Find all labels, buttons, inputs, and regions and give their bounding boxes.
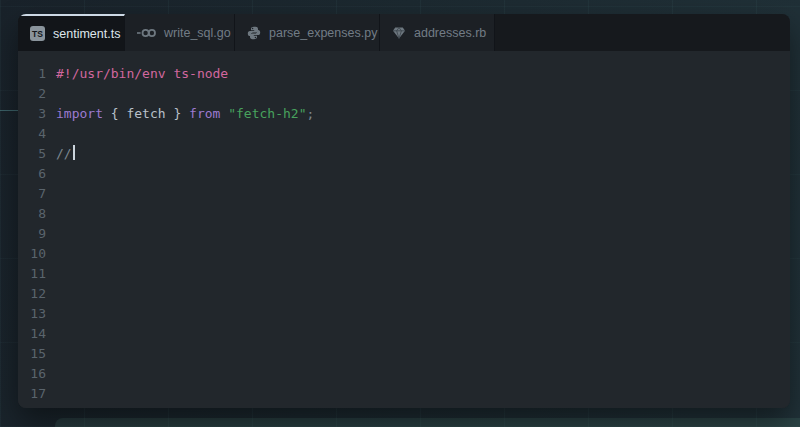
code-text — [46, 204, 56, 224]
line-number: 9 — [18, 224, 46, 244]
line-number: 16 — [18, 364, 46, 384]
tab-label: addresses.rb — [414, 26, 486, 40]
code-editor[interactable]: 1#!/usr/bin/env ts-node23import { fetch … — [18, 51, 790, 408]
code-text: // — [46, 144, 75, 164]
line-number: 5 — [18, 144, 46, 164]
code-line[interactable]: 7 — [18, 184, 790, 204]
code-line[interactable]: 9 — [18, 224, 790, 244]
code-text — [46, 164, 56, 184]
code-line[interactable]: 11 — [18, 264, 790, 284]
token-keyword: from — [189, 106, 220, 121]
line-number: 6 — [18, 164, 46, 184]
token-shebang: #!/usr/bin/env ts-node — [56, 66, 228, 81]
code-text — [46, 304, 56, 324]
text-cursor — [73, 145, 75, 160]
background-accent-line — [0, 110, 18, 111]
code-text — [46, 344, 56, 364]
tab-label: write_sql.go — [164, 26, 231, 40]
code-text: import { fetch } from "fetch-h2"; — [46, 104, 314, 124]
code-line[interactable]: 17 — [18, 384, 790, 404]
line-number: 3 — [18, 104, 46, 124]
code-text — [46, 264, 56, 284]
line-number: 14 — [18, 324, 46, 344]
token-plain: { fetch } — [103, 106, 189, 121]
code-text: #!/usr/bin/env ts-node — [46, 64, 228, 84]
line-number: 4 — [18, 124, 46, 144]
code-text — [46, 364, 56, 384]
go-icon — [137, 27, 156, 39]
line-number: 10 — [18, 244, 46, 264]
code-line[interactable]: 6 — [18, 164, 790, 184]
token-comment: // — [56, 146, 72, 161]
code-lines: 1#!/usr/bin/env ts-node23import { fetch … — [18, 64, 790, 404]
code-line[interactable]: 12 — [18, 284, 790, 304]
code-line[interactable]: 3import { fetch } from "fetch-h2"; — [18, 104, 790, 124]
token-keyword: import — [56, 106, 103, 121]
tab-sentiment-ts[interactable]: TS sentiment.ts — [18, 14, 125, 51]
tab-parse-expenses-py[interactable]: parse_expenses.py — [235, 14, 380, 51]
code-line[interactable]: 4 — [18, 124, 790, 144]
line-number: 17 — [18, 384, 46, 404]
line-number: 7 — [18, 184, 46, 204]
tab-write-sql-go[interactable]: write_sql.go — [125, 14, 235, 51]
code-line[interactable]: 8 — [18, 204, 790, 224]
token-punct: ; — [306, 106, 314, 121]
code-line[interactable]: 10 — [18, 244, 790, 264]
code-text — [46, 224, 56, 244]
code-text — [46, 244, 56, 264]
code-line[interactable]: 14 — [18, 324, 790, 344]
code-text — [46, 124, 56, 144]
line-number: 2 — [18, 84, 46, 104]
line-number: 1 — [18, 64, 46, 84]
tab-label: parse_expenses.py — [269, 26, 377, 40]
code-line[interactable]: 16 — [18, 364, 790, 384]
line-number: 15 — [18, 344, 46, 364]
code-editor-window: TS sentiment.ts write_sql.go — [18, 14, 790, 408]
code-text — [46, 384, 56, 404]
line-number: 13 — [18, 304, 46, 324]
code-text — [46, 184, 56, 204]
typescript-icon: TS — [30, 26, 45, 41]
background-bottom-panel — [55, 418, 800, 427]
tab-label: sentiment.ts — [53, 27, 120, 41]
code-line[interactable]: 15 — [18, 344, 790, 364]
tab-addresses-rb[interactable]: addresses.rb — [380, 14, 495, 51]
code-line[interactable]: 13 — [18, 304, 790, 324]
code-line[interactable]: 2 — [18, 84, 790, 104]
token-string: "fetch-h2" — [228, 106, 306, 121]
code-text — [46, 284, 56, 304]
line-number: 12 — [18, 284, 46, 304]
line-number: 11 — [18, 264, 46, 284]
tab-bar: TS sentiment.ts write_sql.go — [18, 14, 790, 51]
ruby-icon — [392, 26, 406, 40]
code-line[interactable]: 5// — [18, 144, 790, 164]
python-icon — [247, 26, 261, 40]
code-text — [46, 324, 56, 344]
code-line[interactable]: 1#!/usr/bin/env ts-node — [18, 64, 790, 84]
code-text — [46, 84, 56, 104]
line-number: 8 — [18, 204, 46, 224]
